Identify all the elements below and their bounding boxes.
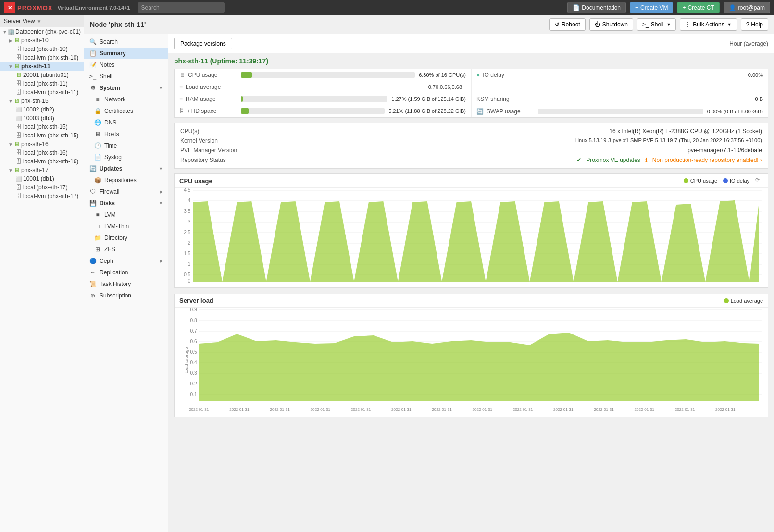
shell-button[interactable]: >_ Shell ▼ (637, 18, 676, 31)
nav-item-disks[interactable]: 💾 Disks ▼ (84, 198, 168, 209)
shutdown-button[interactable]: ⏻ Shutdown (589, 18, 633, 31)
nav-item-firewall[interactable]: 🛡 Firewall ▶ (84, 186, 168, 198)
nav-item-system[interactable]: ⚙ System ▼ (84, 82, 168, 94)
nav-item-network[interactable]: ≡ Network (84, 94, 168, 105)
swap-bar-container (538, 109, 703, 114)
sidebar-item-vm-10003[interactable]: ⬜ 10003 (db3) (0, 114, 84, 123)
cpu-chart-title: CPU usage (179, 177, 212, 185)
sidebar-item-storage-local-sth17[interactable]: 🗄 local (phx-sth-17) (0, 183, 84, 192)
nav-item-time[interactable]: 🕐 Time (84, 140, 168, 151)
sidebar-item-storage-local-sth15[interactable]: 🗄 local (phx-sth-15) (0, 123, 84, 131)
sidebar-item-datacenter[interactable]: ▼ 🏢 Datacenter (phx-pve-c01) (0, 27, 84, 36)
cpu-chart-section: CPU usage CPU usage IO delay (174, 173, 768, 288)
directory-icon: 📁 (94, 234, 101, 242)
ceph-expand-icon: ▶ (160, 259, 163, 263)
sidebar-item-node-phx-sth-10[interactable]: ▶ 🖥 phx-sth-10 (0, 36, 84, 45)
io-icon: ● (476, 72, 480, 78)
hosts-icon: 🖥 (94, 130, 101, 138)
sidebar-item-vm-10002[interactable]: ⬜ 10002 (db2) (0, 105, 84, 114)
package-versions-tab[interactable]: Package versions (174, 38, 232, 49)
refresh-icon[interactable]: ⟳ (755, 177, 763, 185)
nav-item-directory[interactable]: 📁 Directory (84, 232, 168, 244)
nav-item-lvm-thin[interactable]: □ LVM-Thin (84, 221, 168, 232)
sidebar-item-vm-10001[interactable]: ⬜ 10001 (db1) (0, 174, 84, 183)
nav-item-shell[interactable]: >_ Shell (84, 71, 168, 82)
docs-button[interactable]: 📄 Documentation (567, 2, 626, 13)
node-icon: 🖥 (13, 141, 20, 148)
lvm-label: local-lvm (phx-sth-11) (23, 89, 78, 96)
create-vm-button[interactable]: + Create VM (630, 2, 673, 13)
search-input[interactable] (138, 2, 225, 13)
repo-warn-icon: ℹ (645, 157, 648, 163)
node-uptime: phx-sth-11 (Uptime: 11:39:17) (174, 57, 768, 65)
kernel-label: Kernel Version (180, 136, 267, 145)
nav-item-repositories[interactable]: 📦 Repositories (84, 174, 168, 186)
nav-item-certificates[interactable]: 🔒 Certificates (84, 105, 168, 117)
svg-text:2: 2 (188, 240, 191, 246)
sidebar-item-vm-20001[interactable]: 🖥 20001 (ubuntu01) (0, 71, 84, 79)
nav-item-syslog[interactable]: 📄 Syslog (84, 151, 168, 163)
nav-item-hosts[interactable]: 🖥 Hosts (84, 128, 168, 140)
sidebar-item-lvm-sth16[interactable]: 🗄 local-lvm (phx-sth-16) (0, 157, 84, 166)
sidebar-item-node-phx-sth-16[interactable]: ▼ 🖥 phx-sth-16 (0, 140, 84, 148)
hd-bar-container (241, 108, 385, 114)
sidebar-item-lvm-sth11[interactable]: 🗄 local-lvm (phx-sth-11) (0, 88, 84, 97)
user-icon: 👤 (729, 4, 736, 11)
create-ct-button[interactable]: + Create CT (677, 2, 719, 13)
sidebar-item-storage-local-sth16[interactable]: 🗄 local (phx-sth-16) (0, 148, 84, 157)
sidebar-item-lvm-sth17[interactable]: 🗄 local-lvm (phx-sth-17) (0, 192, 84, 200)
nav-item-summary[interactable]: 📋 Summary (84, 48, 168, 59)
shell-nav-icon: >_ (89, 73, 97, 80)
pve-manager-value: pve-manager/7.1-10/6debafe (271, 146, 762, 155)
reboot-button[interactable]: ↺ Reboot (549, 18, 586, 31)
sidebar-item-node-phx-sth-11[interactable]: ▼ 🖥 phx-sth-11 (0, 62, 84, 71)
nav-item-notes[interactable]: 📝 Notes (84, 59, 168, 71)
user-button[interactable]: 👤 root@pam (724, 2, 770, 13)
stats-grid: 🖥 CPU usage 6.30% of 16 CPU(s) ● (174, 69, 768, 118)
main-content: Package versions Hour (average) phx-sth-… (168, 34, 774, 532)
task-history-icon: 📜 (89, 280, 97, 288)
sidebar-item-node-phx-sth-17[interactable]: ▼ 🖥 phx-sth-17 (0, 166, 84, 174)
nav-item-lvm[interactable]: ■ LVM (84, 209, 168, 221)
nav-item-updates[interactable]: 🔄 Updates ▼ (84, 163, 168, 174)
server-view-label: Server View (4, 18, 35, 25)
sidebar-item-lvm-sth15[interactable]: 🗄 local-lvm (phx-sth-15) (0, 131, 84, 140)
sidebar-item-storage-local-sth11[interactable]: 🗄 local (phx-sth-11) (0, 79, 84, 88)
sidebar-item-storage-local-sth10[interactable]: 🗄 local (phx-sth-10) (0, 45, 84, 53)
svg-text:09:55:00: 09:55:00 (394, 412, 409, 413)
sidebar-item-lvm-sth10[interactable]: 🗄 local-lvm (phx-sth-10) (0, 53, 84, 62)
hd-icon: 🗄 (179, 108, 185, 114)
sidebar-item-node-phx-sth-15[interactable]: ▼ 🖥 phx-sth-15 (0, 97, 84, 105)
svg-text:2022-01-31: 2022-01-31 (432, 408, 452, 412)
logo-icon: ✕ (4, 2, 15, 13)
ram-value: 1.27% (1.59 GiB of 125.14 GiB) (391, 96, 466, 102)
svg-text:0.9: 0.9 (190, 308, 197, 312)
nav-item-search[interactable]: 🔍 Search (84, 36, 168, 48)
ram-label: ≡ RAM usage (179, 96, 237, 102)
bulk-actions-button[interactable]: ⋮ Bulk Actions ▼ (680, 18, 737, 31)
svg-marker-67 (199, 333, 759, 401)
nav-item-zfs[interactable]: ⊞ ZFS (84, 244, 168, 255)
repositories-icon: 📦 (94, 176, 101, 184)
vm-label: 10002 (db2) (23, 106, 54, 113)
vm-label: 20001 (ubuntu01) (23, 72, 69, 78)
reboot-icon: ↺ (555, 21, 560, 28)
nav-item-subscription[interactable]: ⊕ Subscription (84, 290, 168, 301)
svg-text:1: 1 (188, 261, 191, 267)
repo-ok-icon: ✔ (576, 157, 581, 163)
io-delay-label: ● IO delay (476, 72, 534, 78)
nav-item-ceph[interactable]: 🔵 Ceph ▶ (84, 255, 168, 267)
nav-item-replication[interactable]: ↔ Replication (84, 267, 168, 278)
vm-label: 10001 (db1) (23, 175, 54, 182)
nav-item-task-history[interactable]: 📜 Task History (84, 278, 168, 290)
lvm-label: local-lvm (phx-sth-10) (23, 54, 78, 61)
svg-text:0.6: 0.6 (190, 339, 197, 344)
svg-text:2022-01-31: 2022-01-31 (635, 408, 655, 412)
svg-text:4: 4 (188, 198, 191, 203)
svg-text:2022-01-31: 2022-01-31 (311, 408, 331, 412)
help-icon: ? (746, 21, 749, 28)
storage-icon: 🗄 (15, 46, 22, 52)
nav-item-dns[interactable]: 🌐 DNS (84, 117, 168, 128)
help-button[interactable]: ? Help (741, 18, 768, 31)
svg-text:09:35:00: 09:35:00 (232, 412, 247, 413)
